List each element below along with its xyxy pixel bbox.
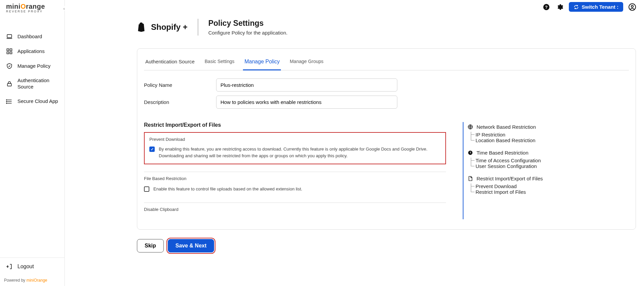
description-label: Description: [144, 99, 216, 105]
switch-tenant-button[interactable]: Switch Tenant :: [569, 2, 623, 12]
page-subtitle: Configure Policy for the application.: [208, 30, 288, 36]
svg-rect-0: [7, 35, 11, 38]
account-button[interactable]: [628, 3, 637, 11]
policy-name-row: Policy Name: [144, 70, 629, 92]
tab-auth-source[interactable]: Authentication Source: [144, 55, 196, 70]
svg-point-12: [631, 5, 633, 7]
nav-prevent[interactable]: Prevent Download: [467, 183, 577, 189]
svg-rect-2: [10, 49, 12, 51]
svg-point-7: [6, 101, 7, 102]
clipboard-box: Disable Clipboard: [144, 203, 446, 212]
topbar: ? Switch Tenant :: [542, 2, 637, 12]
sidebar-item-applications[interactable]: Applications: [0, 44, 64, 59]
globe-icon: [467, 124, 473, 130]
svg-rect-5: [7, 83, 11, 86]
sidebar-item-dashboard[interactable]: Dashboard: [0, 29, 64, 44]
restrict-section-title: Restrict Import/Export of Files: [144, 122, 446, 128]
miniorange-link[interactable]: miniOrange: [27, 278, 47, 283]
sidebar-item-secure-cloud[interactable]: Secure Cloud App: [0, 94, 64, 109]
powered-by: Powered by miniOrange: [0, 275, 64, 286]
help-icon: ?: [543, 3, 550, 11]
svg-rect-3: [7, 52, 9, 54]
sidebar-item-label: Manage Policy: [17, 63, 50, 69]
sidebar-item-auth-source[interactable]: Authentication Source: [0, 73, 64, 94]
list-icon: [6, 98, 13, 105]
laptop-icon: [6, 33, 13, 40]
settings-button[interactable]: [555, 3, 564, 11]
policy-name-input[interactable]: [216, 78, 397, 92]
logout-icon: [6, 263, 13, 270]
logout-label: Logout: [17, 264, 34, 270]
prevent-download-text: By enabling this feature, you are restri…: [159, 146, 441, 159]
sidebar-item-label: Secure Cloud App: [17, 98, 58, 105]
prevent-download-head: Prevent Download: [149, 137, 441, 142]
refresh-icon: [574, 4, 579, 10]
svg-point-8: [6, 103, 7, 104]
gear-icon: [556, 3, 563, 11]
clock-icon: [467, 150, 473, 156]
lock-icon: [6, 80, 13, 87]
nav-restrict[interactable]: Restrict Import/Export of Files: [467, 174, 577, 183]
nav-location[interactable]: Location Based Restriction: [467, 137, 577, 143]
sidebar-item-label: Authentication Source: [17, 77, 58, 90]
save-next-button[interactable]: Save & Next: [168, 239, 214, 252]
file-restriction-head: File Based Restriction: [144, 176, 446, 181]
nav-time-access[interactable]: Time of Access Configuration: [467, 158, 577, 163]
shopify-icon: [137, 22, 146, 32]
prevent-download-box: Prevent Download By enabling this featur…: [144, 132, 446, 164]
header-divider: [198, 19, 198, 36]
svg-text:?: ?: [545, 4, 548, 9]
tab-manage-policy[interactable]: Manage Policy: [243, 55, 281, 70]
main-content: ? Switch Tenant : Shopify + Policy Setti…: [65, 0, 644, 286]
policy-name-label: Policy Name: [144, 82, 216, 88]
tab-basic-settings[interactable]: Basic Settings: [203, 55, 236, 70]
section-nav: Network Based Restriction IP Restriction…: [463, 122, 577, 219]
svg-point-6: [6, 100, 7, 100]
page-title: Policy Settings: [208, 19, 288, 28]
switch-tenant-label: Switch Tenant :: [582, 4, 618, 10]
sidebar: miniOrange REVERSE PROXY ‹ Dashboard App…: [0, 0, 65, 286]
file-restriction-text: Enable this feature to control file uplo…: [153, 186, 302, 192]
sidebar-item-manage-policy[interactable]: Manage Policy: [0, 59, 64, 73]
description-input[interactable]: [216, 96, 397, 109]
shield-icon: [6, 63, 13, 69]
app-name: Shopify +: [151, 22, 188, 32]
logo: miniOrange REVERSE PROXY ‹: [0, 0, 64, 19]
description-row: Description: [144, 92, 629, 109]
nav-time[interactable]: Time Based Restriction: [467, 148, 577, 158]
apps-icon: [6, 48, 13, 55]
clipboard-head: Disable Clipboard: [144, 207, 446, 212]
tabs: Authentication Source Basic Settings Man…: [144, 49, 629, 70]
nav-import-files[interactable]: Restrict Import of Files: [467, 189, 577, 195]
sidebar-nav: Dashboard Applications Manage Policy Aut…: [0, 19, 64, 258]
sidebar-item-label: Applications: [17, 48, 45, 55]
user-circle-icon: [628, 3, 636, 11]
app-badge: Shopify +: [137, 22, 188, 32]
nav-session[interactable]: User Session Configuration: [467, 163, 577, 169]
nav-ip[interactable]: IP Restriction: [467, 132, 577, 137]
logout-button[interactable]: Logout: [6, 263, 58, 270]
tab-manage-groups[interactable]: Manage Groups: [288, 55, 325, 70]
svg-rect-1: [7, 49, 9, 51]
file-restriction-checkbox[interactable]: [144, 186, 149, 192]
settings-card: Authentication Source Basic Settings Man…: [137, 48, 636, 230]
file-restriction-box: File Based Restriction Enable this featu…: [144, 172, 446, 192]
skip-button[interactable]: Skip: [137, 239, 164, 252]
file-icon: [467, 176, 473, 181]
svg-rect-4: [10, 52, 12, 54]
nav-network[interactable]: Network Based Restriction: [467, 122, 577, 132]
prevent-download-checkbox[interactable]: [149, 147, 155, 152]
help-button[interactable]: ?: [542, 3, 551, 11]
sidebar-item-label: Dashboard: [17, 34, 42, 40]
button-row: Skip Save & Next: [65, 233, 644, 252]
